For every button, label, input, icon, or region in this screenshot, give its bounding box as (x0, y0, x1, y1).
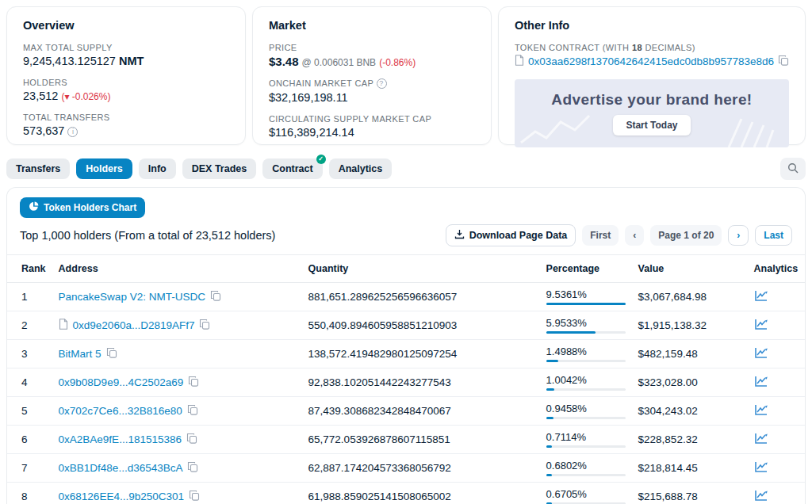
percentage-bar-track (546, 388, 626, 391)
pagination-prev-button[interactable]: ‹ (625, 225, 644, 246)
header-rank: Rank (7, 255, 52, 283)
holder-percentage: 0.9458% (546, 403, 626, 419)
line-chart-icon (754, 292, 768, 304)
ad-banner[interactable]: Advertise your brand here! Start Today (515, 79, 789, 147)
table-row: 60xA2BAe9fE...18151538665,772.0539268786… (7, 426, 805, 454)
ad-lines-doodle (721, 111, 784, 147)
transfers-label: TOTAL TRANSFERS (23, 113, 229, 122)
tab-info[interactable]: Info (139, 158, 176, 179)
holder-rank: 7 (7, 454, 52, 483)
tab-holders[interactable]: Holders (76, 158, 132, 179)
circulating-cap-value: $116,389,214.14 (269, 126, 475, 139)
copy-icon[interactable] (778, 55, 789, 68)
holder-value: $323,028.00 (632, 368, 748, 397)
table-row: 40x9b08D9e9...4C2502a6992,838.1020514422… (7, 368, 805, 397)
ad-headline: Advertise your brand here! (551, 91, 752, 109)
holder-percentage: 1.0042% (546, 374, 626, 391)
tab-analytics[interactable]: Analytics (329, 158, 393, 179)
token-holders-chart-button[interactable]: Token Holders Chart (20, 197, 145, 218)
search-button[interactable] (780, 158, 806, 180)
analytics-chart-button[interactable] (754, 290, 768, 304)
pagination-first-button[interactable]: First (582, 225, 619, 246)
holder-rank: 6 (7, 426, 52, 454)
copy-icon[interactable] (186, 433, 197, 446)
tab-transfers[interactable]: Transfers (6, 158, 70, 179)
ad-start-today-button[interactable]: Start Today (613, 115, 690, 136)
analytics-chart-button[interactable] (754, 404, 768, 418)
price-label: PRICE (269, 43, 475, 52)
percentage-bar-track (546, 417, 626, 419)
line-chart-icon (754, 492, 768, 504)
overview-card-title: Overview (23, 19, 229, 32)
tab-label: Analytics (339, 163, 383, 174)
tab-dex-trades[interactable]: DEX Trades (182, 158, 256, 179)
file-icon (59, 319, 68, 332)
tab-contract[interactable]: Contract✓ (262, 158, 322, 179)
copy-icon[interactable] (199, 319, 210, 332)
holder-quantity: 87,439.308682342848470067 (302, 397, 540, 426)
holder-address-link[interactable]: 0xd9e2060a...D2819AFf7 (73, 319, 195, 331)
copy-icon[interactable] (210, 290, 221, 304)
tab-label: Contract (272, 163, 312, 174)
percentage-bar-fill (546, 360, 559, 362)
holder-percentage: 0.7114% (546, 431, 626, 448)
analytics-chart-button[interactable] (754, 376, 768, 390)
market-card-title: Market (269, 19, 475, 32)
holder-value: $482,159.48 (632, 340, 748, 368)
summary-cards: Overview MAX TOTAL SUPPLY 9,245,413.1251… (0, 0, 812, 151)
holder-rank: 2 (7, 311, 52, 340)
copy-icon[interactable] (188, 376, 199, 389)
analytics-chart-button[interactable] (754, 490, 768, 504)
verified-check-icon: ✓ (316, 155, 326, 164)
holder-address-link[interactable]: PancakeSwap V2: NMT-USDC (59, 291, 205, 303)
line-chart-icon (754, 349, 768, 361)
analytics-chart-button[interactable] (754, 347, 768, 361)
question-icon[interactable]: ? (377, 78, 387, 89)
pagination-last-button[interactable]: Last (755, 225, 792, 246)
tabs-row: TransfersHoldersInfoDEX TradesContract✓A… (0, 151, 812, 180)
holder-quantity: 92,838.102051442243277543 (302, 368, 540, 397)
table-row: 50x702c7Ce6...32B816e8087,439.3086823428… (7, 397, 805, 426)
table-row: 80x68126EE4...9b250C30161,988.8590251415… (7, 483, 805, 504)
token-contract-label: TOKEN CONTRACT (WITH 18 DECIMALS) (515, 43, 789, 52)
max-supply-value: 9,245,413.125127 NMT (23, 55, 229, 67)
analytics-chart-button[interactable] (754, 433, 768, 447)
price-bnb: @ 0.006031 BNB (302, 57, 377, 68)
chevron-left-icon: ‹ (633, 230, 636, 241)
copy-icon[interactable] (106, 347, 117, 361)
copy-icon[interactable] (189, 490, 200, 503)
percentage-bar-track (546, 303, 626, 305)
holder-quantity: 881,651.289625256596636057 (302, 283, 540, 311)
holder-address-link[interactable]: 0x9b08D9e9...4C2502a69 (59, 376, 184, 388)
copy-icon[interactable] (187, 404, 198, 418)
analytics-chart-button[interactable] (754, 461, 768, 475)
percentage-bar-track (546, 360, 626, 362)
holder-value: $1,915,138.32 (632, 311, 748, 340)
line-chart-icon (754, 407, 768, 418)
holder-address-link[interactable]: BitMart 5 (59, 348, 102, 360)
tabs: TransfersHoldersInfoDEX TradesContract✓A… (6, 158, 392, 179)
market-card: Market PRICE $3.48 @ 0.006031 BNB (-0.86… (252, 6, 492, 145)
info-icon[interactable]: i (67, 127, 78, 137)
download-page-data-button[interactable]: Download Page Data (446, 224, 576, 246)
pagination-next-button[interactable]: › (728, 225, 749, 246)
holder-address-link[interactable]: 0x702c7Ce6...32B816e80 (59, 405, 182, 417)
analytics-chart-button[interactable] (754, 319, 768, 333)
holder-percentage: 9.5361% (546, 288, 626, 305)
copy-icon[interactable] (187, 461, 198, 475)
percentage-bar-fill (546, 474, 552, 476)
holder-quantity: 61,988.859025141508065002 (302, 483, 540, 504)
holders-table: Rank Address Quantity Percentage Value A… (7, 254, 805, 504)
ad-chart-doodle (519, 111, 591, 147)
percentage-bar-track (546, 474, 626, 476)
holder-rank: 8 (7, 483, 52, 504)
line-chart-icon (754, 435, 768, 447)
token-contract-address-link[interactable]: 0x03aa6298f1370642642415edc0db8b957783e8… (528, 55, 774, 67)
holder-address-link[interactable]: 0x68126EE4...9b250C301 (59, 491, 184, 502)
holder-address-link[interactable]: 0xBB1Df48e...d36543BcA (59, 462, 183, 474)
max-supply-label: MAX TOTAL SUPPLY (23, 43, 229, 52)
holder-address-link[interactable]: 0xA2BAe9fE...181515386 (59, 433, 182, 445)
onchain-cap-label: ONCHAIN MARKET CAP ? (269, 78, 475, 89)
table-row: 1PancakeSwap V2: NMT-USDC881,651.2896252… (7, 283, 805, 311)
overview-card: Overview MAX TOTAL SUPPLY 9,245,413.1251… (6, 6, 246, 145)
